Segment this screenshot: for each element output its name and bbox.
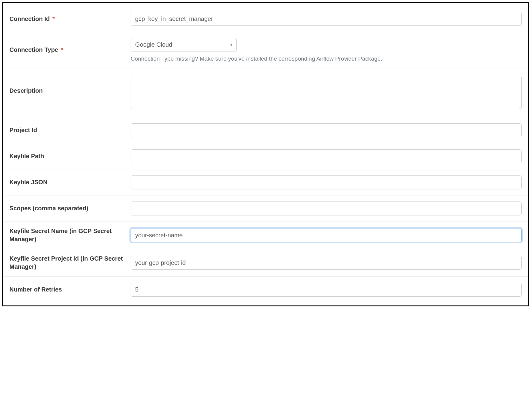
connection-id-input[interactable] [131, 12, 522, 26]
row-number-of-retries: Number of Retries [3, 276, 528, 302]
connection-type-select[interactable]: Google Cloud ▼ [131, 38, 237, 52]
row-keyfile-json: Keyfile JSON [3, 169, 528, 195]
description-textarea[interactable] [131, 76, 522, 109]
control-connection-id [131, 12, 522, 26]
keyfile-json-input[interactable] [131, 175, 522, 189]
control-description [131, 76, 522, 109]
connection-type-selected-text: Google Cloud [135, 41, 172, 48]
control-keyfile-json [131, 175, 522, 189]
connection-form-frame: Connection Id * Connection Type * Google… [2, 2, 529, 306]
label-text: Connection Id [9, 15, 50, 22]
connection-form: Connection Id * Connection Type * Google… [3, 6, 528, 302]
control-keyfile-path [131, 149, 522, 163]
label-scopes: Scopes (comma separated) [9, 204, 131, 212]
connection-type-help-text: Connection Type missing? Make sure you'v… [131, 55, 522, 62]
keyfile-path-input[interactable] [131, 149, 522, 163]
row-connection-type: Connection Type * Google Cloud ▼ Connect… [3, 32, 528, 68]
label-number-of-retries: Number of Retries [9, 285, 131, 294]
control-connection-type: Google Cloud ▼ Connection Type missing? … [131, 38, 522, 62]
control-scopes [131, 202, 522, 215]
row-description: Description [3, 68, 528, 117]
keyfile-secret-project-id-input[interactable] [131, 256, 522, 270]
required-asterisk: * [61, 46, 63, 53]
row-scopes: Scopes (comma separated) [3, 195, 528, 221]
label-connection-type: Connection Type * [9, 46, 131, 54]
row-connection-id: Connection Id * [3, 6, 528, 32]
control-number-of-retries [131, 283, 522, 297]
label-text: Connection Type [9, 46, 58, 53]
chevron-down-icon: ▼ [226, 38, 237, 52]
label-project-id: Project Id [9, 126, 131, 134]
row-keyfile-secret-name: Keyfile Secret Name (in GCP Secret Manag… [3, 221, 528, 249]
required-asterisk: * [52, 15, 55, 22]
scopes-input[interactable] [131, 202, 522, 215]
label-keyfile-secret-name: Keyfile Secret Name (in GCP Secret Manag… [9, 227, 131, 243]
number-of-retries-input[interactable] [131, 283, 522, 297]
row-project-id: Project Id [3, 117, 528, 143]
control-project-id [131, 123, 522, 137]
label-keyfile-path: Keyfile Path [9, 152, 131, 160]
connection-type-selected: Google Cloud [131, 38, 237, 52]
label-connection-id: Connection Id * [9, 15, 131, 23]
label-keyfile-secret-project-id: Keyfile Secret Project Id (in GCP Secret… [9, 255, 131, 271]
keyfile-secret-name-input[interactable] [131, 228, 522, 242]
control-keyfile-secret-project-id [131, 256, 522, 270]
label-keyfile-json: Keyfile JSON [9, 178, 131, 186]
project-id-input[interactable] [131, 123, 522, 137]
control-keyfile-secret-name [131, 228, 522, 242]
row-keyfile-secret-project-id: Keyfile Secret Project Id (in GCP Secret… [3, 249, 528, 276]
label-description: Description [9, 76, 131, 95]
row-keyfile-path: Keyfile Path [3, 143, 528, 169]
